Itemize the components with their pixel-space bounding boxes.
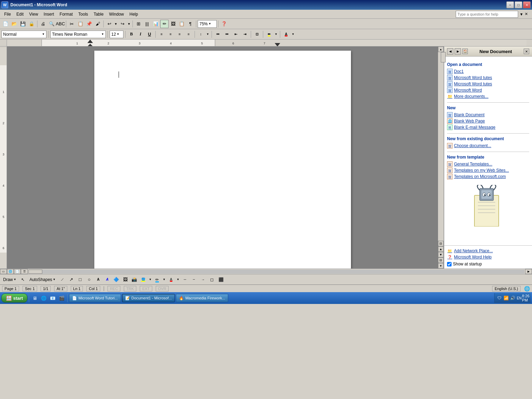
outlook-button[interactable]: 📧 bbox=[49, 294, 57, 302]
arrow-select-button[interactable]: ↖ bbox=[19, 275, 27, 284]
font-color-button[interactable]: A bbox=[282, 30, 290, 39]
print-button[interactable]: 🖨 bbox=[39, 20, 47, 28]
scroll-thumb[interactable] bbox=[441, 52, 446, 62]
border-button[interactable]: ⊡ bbox=[253, 30, 261, 39]
start-button[interactable]: 🪟 start bbox=[1, 294, 27, 303]
help-button[interactable]: ❓ bbox=[220, 20, 228, 28]
menu-table[interactable]: Table bbox=[91, 11, 106, 17]
line-tool-button[interactable]: ⟋ bbox=[58, 275, 66, 284]
line-spacing-button[interactable]: ↕ bbox=[197, 30, 205, 39]
close-button[interactable]: ✕ bbox=[523, 1, 531, 8]
fill-color-button[interactable]: 🪣 bbox=[139, 275, 147, 284]
arrow-style-button[interactable]: → bbox=[199, 275, 207, 284]
diagram-button[interactable]: 🔷 bbox=[112, 275, 120, 284]
align-left-button[interactable]: ≡ bbox=[157, 30, 166, 39]
insert-chart-button[interactable]: 📊 bbox=[152, 20, 160, 28]
taskbar-app2[interactable]: 📝 Document1 - Microsof... bbox=[122, 294, 175, 302]
highlight-dropdown[interactable]: ▼ bbox=[274, 30, 278, 39]
align-right-button[interactable]: ≡ bbox=[175, 30, 184, 39]
show-desktop-button[interactable]: 🖥 bbox=[31, 294, 39, 302]
font-color-dropdown[interactable]: ▼ bbox=[291, 30, 295, 39]
rectangle-tool-button[interactable]: □ bbox=[76, 275, 84, 284]
help-close-icon[interactable]: ✕ bbox=[525, 12, 528, 16]
insert-columns-button[interactable]: ||| bbox=[143, 20, 151, 28]
doc1-link[interactable]: W Doc1 bbox=[447, 68, 529, 75]
show-formatting-button[interactable]: ¶ bbox=[186, 20, 195, 28]
undo-button[interactable]: ↩ bbox=[105, 20, 113, 28]
menu-window[interactable]: Window bbox=[106, 11, 127, 17]
textbox-button[interactable]: A bbox=[94, 275, 102, 284]
menu-edit[interactable]: Edit bbox=[14, 11, 26, 17]
view-print-button[interactable]: 📄 bbox=[14, 269, 21, 274]
taskbar-app1[interactable]: 📄 Microsoft Word Tutori... bbox=[69, 294, 121, 302]
insert-table-button[interactable]: ⊞ bbox=[134, 20, 143, 28]
italic-button[interactable]: I bbox=[136, 30, 145, 39]
clipart-button[interactable]: 🖼 bbox=[121, 275, 129, 284]
help-search-input[interactable] bbox=[456, 11, 518, 18]
undo-dropdown[interactable]: ▼ bbox=[114, 20, 118, 28]
scroll-page-down[interactable]: ▼ bbox=[438, 252, 444, 257]
blank-doc-link[interactable]: W Blank Document bbox=[447, 112, 529, 118]
blank-email-link[interactable]: ✉ Blank E-mail Message bbox=[447, 124, 529, 130]
oval-tool-button[interactable]: ○ bbox=[85, 275, 93, 284]
more-docs-link[interactable]: 📁 More documents... bbox=[447, 93, 529, 100]
fill-color-dropdown[interactable]: ▼ bbox=[148, 275, 152, 284]
spelling-button[interactable]: ABC bbox=[56, 20, 65, 28]
justify-button[interactable]: ≡ bbox=[185, 30, 193, 39]
highlight-button[interactable]: ✏ bbox=[265, 30, 273, 39]
3d-button[interactable]: ⬛ bbox=[217, 275, 225, 284]
line-style-button[interactable]: ─ bbox=[181, 275, 189, 284]
bold-button[interactable]: B bbox=[127, 30, 136, 39]
decrease-indent-button[interactable]: ⇤ bbox=[232, 30, 240, 39]
numbering-button[interactable]: ≔ bbox=[223, 30, 231, 39]
menu-view[interactable]: View bbox=[26, 11, 41, 17]
panel-home-button[interactable]: 🏠 bbox=[462, 49, 468, 54]
menu-insert[interactable]: Insert bbox=[41, 11, 57, 17]
media-player-button[interactable]: 🎬 bbox=[58, 294, 66, 302]
new-button[interactable]: 📄 bbox=[1, 20, 10, 28]
copy-button[interactable]: 📋 bbox=[76, 20, 85, 28]
document-page[interactable] bbox=[94, 51, 351, 269]
minimize-button[interactable]: − bbox=[506, 1, 514, 8]
underline-button[interactable]: U bbox=[145, 30, 154, 39]
wordart-button[interactable]: A bbox=[103, 275, 111, 284]
cut-button[interactable]: ✂ bbox=[68, 20, 76, 28]
paste-button[interactable]: 📌 bbox=[85, 20, 93, 28]
h-scroll-track[interactable] bbox=[28, 270, 524, 274]
general-templates-link[interactable]: W General Templates... bbox=[447, 161, 529, 167]
panel-close-button[interactable]: ✕ bbox=[524, 49, 529, 54]
insert-picture-tb-button[interactable]: 📸 bbox=[130, 275, 138, 284]
menu-tools[interactable]: Tools bbox=[76, 11, 91, 17]
taskbar-app3[interactable]: 🔥 Macromedia Firework... bbox=[176, 294, 228, 302]
print-preview-button[interactable]: 🔍 bbox=[48, 20, 56, 28]
open-button[interactable]: 📂 bbox=[10, 20, 18, 28]
word-help-link[interactable]: ❓ Microsoft Word Help bbox=[447, 254, 529, 260]
show-markup-button[interactable]: 📋 bbox=[178, 20, 186, 28]
word-tutes1-link[interactable]: W Microsoft Word tutes bbox=[447, 75, 529, 81]
scroll-expand-up[interactable]: ⊟ bbox=[438, 241, 444, 246]
dash-style-button[interactable]: ╌ bbox=[190, 275, 198, 284]
show-startup-checkbox[interactable] bbox=[447, 262, 452, 266]
ms-templates-link[interactable]: W Templates on Microsoft.com bbox=[447, 173, 529, 180]
view-web-button[interactable]: 🌐 bbox=[7, 269, 14, 274]
draw-menu-button[interactable]: Draw ▼ bbox=[1, 276, 18, 283]
redo-button[interactable]: ↪ bbox=[118, 20, 127, 28]
ie-button[interactable]: 🌐 bbox=[40, 294, 48, 302]
save-button[interactable]: 💾 bbox=[19, 20, 27, 28]
scroll-expand-down[interactable]: ⊟ bbox=[438, 257, 444, 263]
format-painter-button[interactable]: 🖌 bbox=[94, 20, 102, 28]
font-dropdown[interactable]: Times New Roman ▼ bbox=[50, 31, 106, 38]
line-color-button[interactable]: ✏ bbox=[153, 275, 161, 284]
panel-back-button[interactable]: ◀ bbox=[447, 48, 453, 54]
font-color-tb-button[interactable]: A bbox=[167, 275, 175, 284]
scroll-down-button[interactable]: ▼ bbox=[438, 263, 444, 269]
redo-dropdown[interactable]: ▼ bbox=[127, 20, 131, 28]
view-normal-button[interactable]: ▭ bbox=[0, 269, 7, 274]
bullets-button[interactable]: ≔ bbox=[214, 30, 222, 39]
align-center-button[interactable]: ≡ bbox=[166, 30, 175, 39]
style-dropdown[interactable]: Normal ▼ bbox=[1, 31, 46, 38]
line-color-dropdown[interactable]: ▼ bbox=[162, 275, 166, 284]
scroll-page-up[interactable]: ▲ bbox=[438, 246, 444, 252]
line-spacing-dropdown[interactable]: ▼ bbox=[206, 30, 210, 39]
view-outline-button[interactable]: ☰ bbox=[21, 269, 28, 274]
